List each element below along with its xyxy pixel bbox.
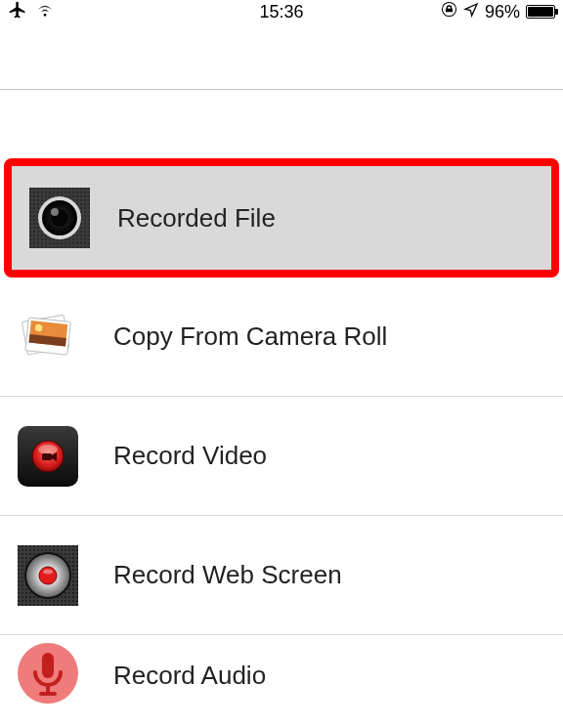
- airplane-mode-icon: [8, 0, 27, 24]
- svg-point-8: [51, 208, 59, 216]
- wifi-icon: [35, 2, 55, 22]
- svg-rect-29: [46, 685, 50, 693]
- menu-item-record-audio[interactable]: Record Audio: [0, 635, 563, 704]
- menu-item-label: Record Audio: [113, 661, 266, 691]
- nav-header: [0, 23, 563, 90]
- record-video-icon: [18, 426, 78, 487]
- menu-item-label: Record Web Screen: [113, 560, 342, 590]
- svg-point-17: [38, 445, 58, 454]
- svg-rect-30: [39, 692, 57, 696]
- menu-list: Recorded File Copy From Camera Roll: [0, 158, 563, 704]
- menu-item-label: Copy From Camera Roll: [113, 321, 387, 352]
- status-left: [8, 0, 55, 24]
- record-web-icon: [18, 545, 78, 606]
- microphone-icon: [18, 643, 78, 704]
- location-icon: [463, 2, 479, 22]
- svg-point-26: [43, 569, 53, 574]
- orientation-lock-icon: [441, 1, 457, 22]
- photo-stack-icon: [18, 307, 78, 367]
- status-time: 15:36: [259, 2, 303, 22]
- battery-icon: [526, 5, 555, 19]
- battery-percent: 96%: [485, 2, 520, 22]
- svg-rect-28: [42, 653, 54, 678]
- camera-lens-icon: [29, 188, 90, 248]
- menu-item-record-video[interactable]: Record Video: [0, 397, 563, 516]
- status-bar: 15:36 96%: [0, 0, 563, 23]
- menu-item-label: Recorded File: [117, 203, 276, 234]
- menu-item-camera-roll[interactable]: Copy From Camera Roll: [0, 278, 563, 397]
- menu-item-recorded-file[interactable]: Recorded File: [4, 158, 559, 278]
- svg-rect-18: [42, 453, 52, 460]
- menu-item-record-web[interactable]: Record Web Screen: [0, 516, 563, 635]
- menu-item-label: Record Video: [113, 441, 267, 471]
- status-right: 96%: [441, 1, 555, 22]
